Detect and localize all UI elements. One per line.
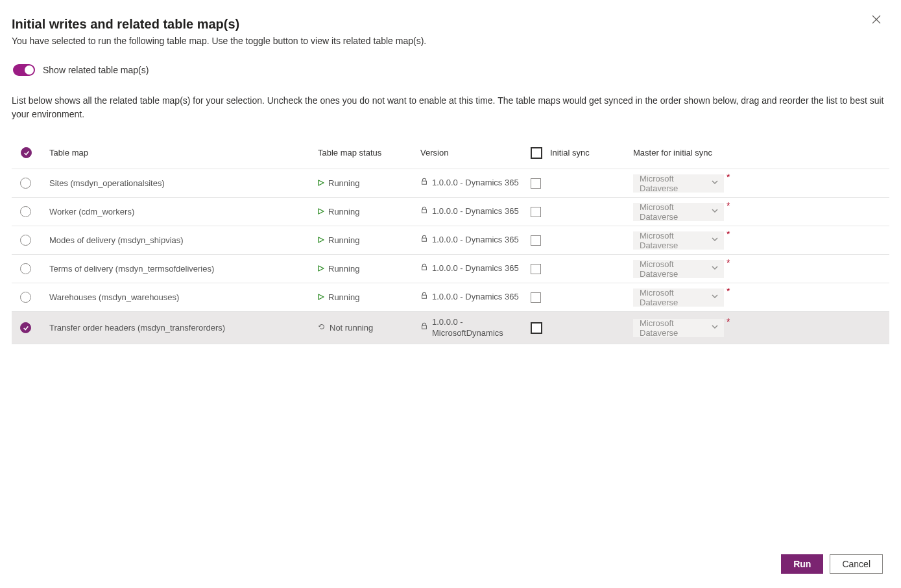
master-dropdown-label: Microsoft Dataverse: [640, 259, 711, 279]
row-status-label: Not running: [330, 323, 373, 333]
row-status: Running: [318, 235, 420, 245]
row-name: Sites (msdyn_operationalsites): [49, 178, 318, 188]
master-dropdown[interactable]: Microsoft Dataverse: [633, 319, 724, 337]
table-row[interactable]: Terms of delivery (msdyn_termsofdeliveri…: [12, 255, 889, 283]
lock-icon: [420, 206, 428, 217]
master-dropdown[interactable]: Microsoft Dataverse: [633, 260, 724, 278]
row-status-label: Running: [328, 292, 359, 302]
required-asterisk: *: [727, 286, 730, 296]
required-asterisk: *: [727, 316, 730, 327]
master-dropdown-label: Microsoft Dataverse: [640, 174, 711, 193]
row-select-radio[interactable]: [20, 235, 31, 246]
play-icon: [318, 178, 324, 188]
row-status: Running: [318, 292, 420, 302]
row-version: 1.0.0.0 - Dynamics 365: [420, 235, 531, 245]
row-status: Running: [318, 178, 420, 188]
row-version: 1.0.0.0 - Dynamics 365: [420, 178, 531, 188]
row-status-label: Running: [328, 264, 359, 274]
row-version-label: 1.0.0.0 - Dynamics 365: [432, 178, 519, 188]
header-initial-sync-checkbox[interactable]: [531, 147, 550, 159]
table-header: Table map Table map status Version Initi…: [12, 137, 889, 169]
play-icon: [318, 207, 324, 217]
description-text: List below shows all the related table m…: [12, 94, 889, 121]
row-select-radio[interactable]: [20, 292, 31, 303]
initial-sync-checkbox[interactable]: [531, 322, 542, 334]
col-table-map: Table map: [49, 148, 318, 158]
close-icon[interactable]: [871, 14, 883, 26]
col-master: Master for initial sync: [633, 148, 763, 158]
table: Table map Table map status Version Initi…: [12, 137, 889, 344]
play-icon: [318, 264, 324, 274]
table-row[interactable]: Sites (msdyn_operationalsites)Running1.0…: [12, 169, 889, 198]
row-version-label: 1.0.0.0 - Dynamics 365: [432, 206, 519, 217]
row-name: Worker (cdm_workers): [49, 207, 318, 217]
row-version-label: 1.0.0.0 - Dynamics 365: [432, 235, 519, 245]
show-related-toggle[interactable]: [13, 64, 35, 76]
run-button[interactable]: Run: [781, 554, 823, 574]
initial-sync-checkbox[interactable]: [531, 207, 541, 217]
header-check-icon[interactable]: [12, 147, 49, 158]
play-icon: [318, 292, 324, 302]
page-title: Initial writes and related table map(s): [12, 17, 889, 32]
chevron-down-icon: [711, 178, 719, 188]
chevron-down-icon: [711, 235, 719, 245]
table-row[interactable]: Worker (cdm_workers)Running1.0.0.0 - Dyn…: [12, 198, 889, 226]
table-row[interactable]: Modes of delivery (msdyn_shipvias)Runnin…: [12, 226, 889, 255]
row-version-label: 1.0.0.0 - MicrosoftDynamics: [432, 317, 531, 338]
row-name: Transfer order headers (msdyn_transferor…: [49, 323, 318, 333]
chevron-down-icon: [711, 264, 719, 274]
row-select-radio[interactable]: [20, 178, 31, 189]
initial-sync-checkbox[interactable]: [531, 264, 541, 274]
chevron-down-icon: [711, 323, 719, 333]
row-status: Running: [318, 207, 420, 217]
master-dropdown-label: Microsoft Dataverse: [640, 202, 711, 222]
show-related-toggle-row: Show related table map(s): [13, 64, 889, 76]
master-dropdown[interactable]: Microsoft Dataverse: [633, 288, 724, 307]
lock-icon: [420, 235, 428, 245]
row-version: 1.0.0.0 - Dynamics 365: [420, 206, 531, 217]
page-subtitle: You have selected to run the following t…: [12, 36, 889, 46]
master-dropdown[interactable]: Microsoft Dataverse: [633, 203, 724, 221]
lock-icon: [420, 178, 428, 188]
row-select-radio[interactable]: [20, 322, 31, 333]
dialog-footer: Run Cancel: [781, 554, 883, 574]
row-version-label: 1.0.0.0 - Dynamics 365: [432, 263, 519, 274]
table-row[interactable]: Transfer order headers (msdyn_transferor…: [12, 312, 889, 344]
col-version: Version: [420, 148, 531, 158]
master-dropdown[interactable]: Microsoft Dataverse: [633, 174, 724, 193]
row-status: Not running: [318, 323, 420, 333]
row-name: Warehouses (msdyn_warehouses): [49, 292, 318, 302]
row-status-label: Running: [328, 235, 359, 245]
lock-icon: [420, 292, 428, 302]
row-select-radio[interactable]: [20, 263, 31, 274]
row-name: Terms of delivery (msdyn_termsofdeliveri…: [49, 264, 318, 274]
row-version: 1.0.0.0 - Dynamics 365: [420, 263, 531, 274]
lock-icon: [420, 322, 428, 333]
initial-sync-checkbox[interactable]: [531, 292, 541, 303]
master-dropdown[interactable]: Microsoft Dataverse: [633, 231, 724, 250]
cancel-button[interactable]: Cancel: [830, 554, 883, 574]
show-related-toggle-label: Show related table map(s): [43, 65, 149, 75]
not-running-icon: [318, 323, 326, 333]
initial-sync-checkbox[interactable]: [531, 178, 541, 189]
dialog: Initial writes and related table map(s) …: [0, 0, 901, 588]
row-status: Running: [318, 264, 420, 274]
initial-sync-checkbox[interactable]: [531, 235, 541, 246]
master-dropdown-label: Microsoft Dataverse: [640, 318, 711, 338]
lock-icon: [420, 263, 428, 274]
row-version: 1.0.0.0 - MicrosoftDynamics: [420, 317, 531, 338]
row-select-radio[interactable]: [20, 206, 31, 217]
play-icon: [318, 235, 324, 245]
row-version-label: 1.0.0.0 - Dynamics 365: [432, 292, 519, 302]
master-dropdown-label: Microsoft Dataverse: [640, 288, 711, 307]
table-row[interactable]: Warehouses (msdyn_warehouses)Running1.0.…: [12, 283, 889, 312]
col-status: Table map status: [318, 148, 420, 158]
row-status-label: Running: [328, 178, 359, 188]
row-name: Modes of delivery (msdyn_shipvias): [49, 235, 318, 245]
chevron-down-icon: [711, 207, 719, 217]
col-initial-sync: Initial sync: [550, 148, 633, 158]
required-asterisk: *: [727, 200, 730, 211]
required-asterisk: *: [727, 257, 730, 268]
row-version: 1.0.0.0 - Dynamics 365: [420, 292, 531, 302]
required-asterisk: *: [727, 172, 730, 182]
